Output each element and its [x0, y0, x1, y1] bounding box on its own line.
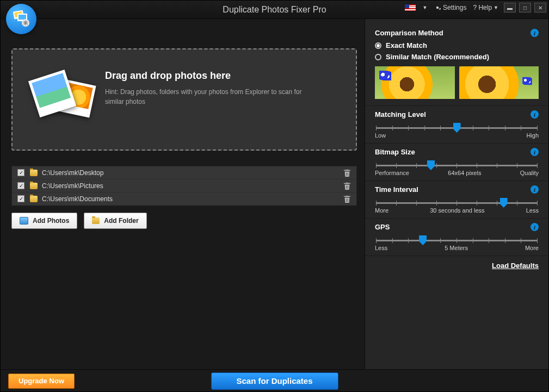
- radio-exact[interactable]: Exact Match: [375, 41, 539, 49]
- folder-row[interactable]: ✓C:\Users\mk\Pictures: [12, 179, 356, 192]
- folder-path: C:\Users\mk\Desktop: [42, 169, 103, 177]
- titlebar: Duplicate Photos Fixer Pro ▼ Settings ? …: [1, 1, 548, 19]
- settings-label: Settings: [443, 4, 466, 11]
- drop-title: Drag and drop photos here: [105, 70, 312, 82]
- bitmap-slider[interactable]: [376, 165, 538, 166]
- checkbox[interactable]: ✓: [17, 195, 24, 202]
- add-folder-button[interactable]: Add Folder: [84, 213, 146, 229]
- load-defaults-link[interactable]: Load Defaults: [365, 256, 548, 275]
- time-slider[interactable]: [376, 202, 538, 204]
- info-icon[interactable]: i: [531, 110, 539, 119]
- help-button[interactable]: ? Help▼: [471, 3, 501, 13]
- checkbox[interactable]: ✓: [17, 169, 24, 176]
- left-panel: Drag and drop photos here Hint: Drag pho…: [1, 19, 365, 369]
- gear-icon: [434, 4, 441, 11]
- matching-section: Matching Leveli LowHigh: [365, 106, 548, 144]
- photo-icon: [20, 217, 28, 225]
- info-icon[interactable]: i: [531, 223, 539, 231]
- slider-handle[interactable]: [427, 160, 435, 170]
- checkbox[interactable]: ✓: [17, 182, 24, 189]
- bitmap-heading: Bitmap Size: [375, 148, 415, 156]
- slider-handle[interactable]: [500, 198, 508, 208]
- time-section: Time Intervali More30 seconds and lessLe…: [365, 181, 548, 219]
- folder-icon: [92, 217, 100, 224]
- slider-handle[interactable]: [419, 235, 427, 245]
- drop-zone[interactable]: Drag and drop photos here Hint: Drag pho…: [11, 48, 357, 151]
- folder-icon: [30, 170, 38, 176]
- comparison-heading: Comparison Method: [375, 29, 443, 37]
- radio-similar[interactable]: Similar Match (Recommended): [375, 53, 539, 61]
- info-icon[interactable]: i: [531, 185, 539, 194]
- matching-heading: Matching Level: [375, 110, 426, 119]
- svg-point-5: [24, 22, 27, 24]
- matching-slider[interactable]: [376, 127, 538, 129]
- app-title: Duplicate Photos Fixer Pro: [223, 5, 326, 15]
- folder-row[interactable]: ✓C:\Users\mk\Desktop: [12, 166, 356, 179]
- minimize-button[interactable]: ▬: [504, 3, 516, 13]
- flag-icon: [405, 4, 416, 11]
- trash-icon[interactable]: [343, 182, 351, 190]
- thumb-right: [459, 66, 539, 99]
- right-panel: Comparison Methodi Exact Match Similar M…: [365, 19, 548, 369]
- time-value: 30 seconds and less: [430, 207, 484, 214]
- comparison-thumbs: [375, 66, 539, 99]
- folder-list: ✓C:\Users\mk\Desktop✓C:\Users\mk\Picture…: [11, 166, 357, 206]
- trash-icon[interactable]: [343, 195, 351, 203]
- bitmap-value: 64x64 pixels: [448, 170, 481, 176]
- photos-icon: [29, 65, 94, 130]
- folder-path: C:\Users\mk\Pictures: [42, 182, 103, 190]
- scan-button[interactable]: Scan for Duplicates: [211, 372, 338, 390]
- comparison-section: Comparison Methodi Exact Match Similar M…: [365, 19, 548, 106]
- settings-button[interactable]: Settings: [432, 3, 468, 13]
- radio-icon: [375, 42, 381, 49]
- maximize-button[interactable]: □: [519, 3, 531, 13]
- svg-rect-3: [18, 15, 26, 20]
- language-dropdown[interactable]: ▼: [419, 3, 430, 13]
- folder-path: C:\Users\mk\Documents: [42, 195, 113, 203]
- gps-value: 5 Meters: [445, 245, 468, 251]
- slider-handle[interactable]: [453, 123, 461, 133]
- bitmap-section: Bitmap Sizei Performance64x64 pixelsQual…: [365, 144, 548, 181]
- gps-heading: GPS: [375, 223, 390, 231]
- footer: Upgrade Now Scan for Duplicates: [1, 369, 548, 392]
- gps-slider[interactable]: [376, 240, 538, 241]
- radio-icon: [375, 54, 381, 60]
- trash-icon[interactable]: [343, 169, 351, 177]
- upgrade-button[interactable]: Upgrade Now: [8, 374, 75, 389]
- title-controls: ▼ Settings ? Help▼ ▬ □ ✕: [405, 3, 546, 13]
- add-photos-button[interactable]: Add Photos: [11, 213, 77, 229]
- gps-section: GPSi Less5 MetersMore: [365, 219, 548, 256]
- folder-icon: [30, 183, 38, 189]
- app-logo: [6, 4, 36, 34]
- info-icon[interactable]: i: [531, 148, 539, 156]
- folder-icon: [30, 196, 38, 202]
- folder-row[interactable]: ✓C:\Users\mk\Documents: [12, 192, 356, 206]
- thumb-left: [375, 66, 455, 99]
- time-heading: Time Interval: [375, 185, 418, 194]
- info-icon[interactable]: i: [531, 29, 539, 37]
- close-button[interactable]: ✕: [534, 3, 546, 13]
- drop-hint: Hint: Drag photos, folders with your pho…: [105, 87, 312, 107]
